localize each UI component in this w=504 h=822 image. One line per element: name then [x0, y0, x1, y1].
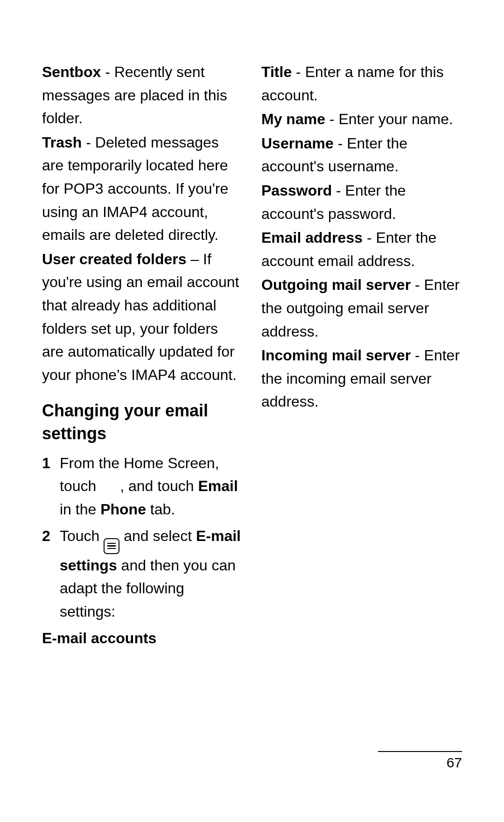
step-1: 1 From the Home Screen, touch , and touc… [42, 452, 243, 521]
entry-myname: My name - Enter your name. [261, 108, 462, 131]
entry-email: Email address - Enter the account email … [261, 226, 462, 273]
entry-outgoing: Outgoing mail server - Enter the outgoin… [261, 274, 462, 343]
accounts-header-text: E-mail accounts [42, 630, 156, 646]
menu-icon [104, 538, 119, 554]
desc-user-folders: – If you're using an email account that … [42, 251, 239, 383]
step-2-number: 2 [42, 525, 60, 623]
step-1-body: From the Home Screen, touch , and touch … [60, 452, 243, 521]
heading-change-settings: Changing your email settings [42, 400, 243, 445]
step-1-email-label: Email [198, 478, 238, 494]
term-username: Username [261, 135, 334, 152]
step-1-phone-label: Phone [100, 501, 146, 518]
footer-rule [378, 751, 462, 752]
step-1-number: 1 [42, 452, 60, 521]
manual-page: Sentbox - Recently sent messages are pla… [0, 0, 504, 822]
step-1-text-c: in the [60, 501, 100, 518]
term-title: Title [261, 63, 292, 80]
settings-accounts-header: E-mail accounts [42, 627, 243, 650]
term-password: Password [261, 182, 332, 199]
term-sentbox: Sentbox [42, 63, 101, 80]
steps-list: 1 From the Home Screen, touch , and touc… [42, 452, 243, 624]
entry-incoming: Incoming mail server - Enter the incomin… [261, 344, 462, 414]
step-1-text-d: tab. [146, 501, 175, 518]
desc-myname: - Enter your name. [325, 111, 453, 127]
entry-username: Username - Enter the account's username. [261, 132, 462, 178]
entry-title: Title - Enter a name for this account. [261, 61, 462, 107]
content-columns: Sentbox - Recently sent messages are pla… [42, 61, 462, 686]
entry-user-folders: User created folders – If you're using a… [42, 248, 243, 387]
entry-password: Password - Enter the account's password. [261, 179, 462, 225]
section-changing-settings: Changing your email settings 1 From the … [42, 400, 243, 623]
term-trash: Trash [42, 134, 82, 151]
term-user-folders: User created folders [42, 251, 186, 267]
entry-sentbox: Sentbox - Recently sent messages are pla… [42, 61, 243, 130]
term-incoming: Incoming mail server [261, 347, 411, 364]
term-email: Email address [261, 229, 363, 246]
step-2-text-a: Touch [60, 527, 104, 544]
step-2-body: Touch and select E-mail settings and the… [60, 525, 243, 623]
step-2: 2 Touch and select E-mail settings and t… [42, 525, 243, 623]
page-number: 67 [378, 755, 462, 771]
entry-trash: Trash - Deleted messages are temporarily… [42, 131, 243, 247]
step-1-text-b: , and touch [120, 478, 198, 494]
step-2-text-b: and select [119, 527, 196, 544]
term-outgoing: Outgoing mail server [261, 276, 411, 293]
page-footer: 67 [378, 751, 462, 771]
term-myname: My name [261, 111, 325, 127]
